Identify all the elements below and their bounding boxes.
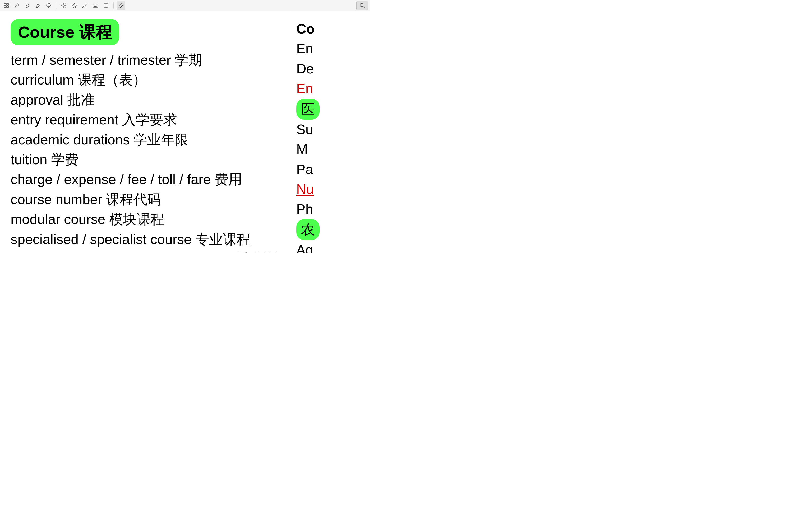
vocab-item-6: charge / expense / fee / toll / fare 费用 <box>11 170 280 189</box>
right-item-8: Ph <box>296 200 365 219</box>
svg-rect-0 <box>4 3 6 5</box>
highlighter-icon[interactable] <box>23 1 32 10</box>
right-item-5: M <box>296 139 365 159</box>
svg-rect-2 <box>4 6 6 8</box>
main-content: Course 课程 term / semester / trimester 学期… <box>0 11 370 253</box>
export-icon[interactable] <box>102 1 110 10</box>
eraser-icon[interactable] <box>34 1 42 10</box>
settings-icon[interactable] <box>59 1 68 10</box>
right-item-6: Pa <box>296 160 365 179</box>
vocab-item-5: tuition 学费 <box>11 150 280 170</box>
vocab-item-7: course number 课程代码 <box>11 189 280 209</box>
svg-rect-1 <box>7 3 8 5</box>
right-item-2: En <box>296 79 365 99</box>
green-highlight-badge-9: 农 <box>296 219 319 240</box>
keyboard-icon[interactable] <box>91 1 100 10</box>
svg-rect-11 <box>93 4 98 7</box>
right-item-7: Nu <box>296 179 365 199</box>
toolbar <box>0 0 370 11</box>
course-title-text: Course 课程 <box>18 23 112 41</box>
svg-point-8 <box>63 5 64 6</box>
svg-rect-10 <box>83 7 83 8</box>
left-panel: Course 课程 term / semester / trimester 学期… <box>0 11 291 253</box>
green-highlight-badge-3: 医 <box>296 99 319 120</box>
right-item-10: Ag <box>296 240 365 253</box>
right-item-0: En <box>296 39 365 59</box>
toolbar-separator-1 <box>56 2 56 9</box>
star-icon[interactable] <box>70 1 79 10</box>
svg-line-21 <box>363 6 364 8</box>
right-title: Co <box>296 19 365 39</box>
course-title-badge: Course 课程 <box>11 19 119 45</box>
pen-icon[interactable] <box>13 1 21 10</box>
vocab-item-3: entry requirement 入学要求 <box>11 110 280 130</box>
vocab-item-1: curriculum 课程（表） <box>11 70 280 90</box>
vocab-item-10: selective / elective / optional courses … <box>11 249 280 253</box>
chart-icon[interactable] <box>81 1 89 10</box>
vocab-list: term / semester / trimester 学期curriculum… <box>11 50 280 253</box>
vocab-item-9: specialised / specialist course 专业课程 <box>11 229 280 249</box>
svg-rect-17 <box>104 4 108 7</box>
right-item-4: Su <box>296 120 365 139</box>
svg-marker-9 <box>72 3 77 8</box>
vocab-item-0: term / semester / trimester 学期 <box>11 50 280 70</box>
right-panel-list: CoEnDeEn医SuMPaNuPh农AgHo <box>296 19 365 253</box>
svg-point-7 <box>48 7 49 8</box>
select-icon[interactable] <box>2 1 11 10</box>
svg-line-4 <box>26 7 28 8</box>
right-item-9: 农 <box>296 219 365 240</box>
lasso-icon[interactable] <box>44 1 53 10</box>
vocab-item-2: approval 批准 <box>11 90 280 110</box>
right-panel: CoEnDeEn医SuMPaNuPh农AgHo <box>291 11 370 253</box>
paint-brush-icon[interactable] <box>117 1 125 10</box>
toolbar-separator-2 <box>113 2 114 9</box>
svg-rect-3 <box>7 6 8 8</box>
vocab-item-4: academic durations 学业年限 <box>11 130 280 150</box>
zoom-search-icon[interactable] <box>356 1 368 10</box>
right-item-3: 医 <box>296 99 365 120</box>
vocab-item-8: modular course 模块课程 <box>11 209 280 229</box>
right-item-1: De <box>296 59 365 79</box>
